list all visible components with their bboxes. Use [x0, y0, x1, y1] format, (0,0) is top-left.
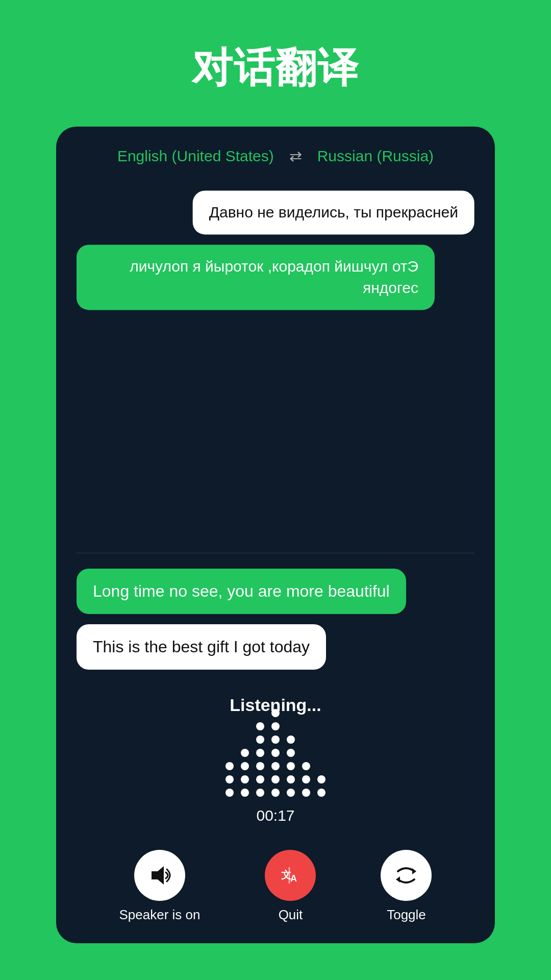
messages-bottom-section: Long time no see, you are more beautiful… [56, 553, 495, 685]
waveform [226, 725, 325, 797]
messages-top-section: Это лучший подарок, который я получил се… [56, 180, 495, 553]
dot [271, 749, 280, 757]
toggle-control: Toggle [381, 850, 432, 923]
dot [317, 789, 325, 797]
bottom-controls: Speaker is on 文 A Quit [56, 840, 495, 943]
dot [317, 775, 325, 783]
listening-section: Listening... [56, 685, 495, 840]
dot [271, 762, 280, 770]
flipped-message-white: Давно не виделись, ты прекрасней [193, 190, 474, 234]
dot [226, 789, 234, 797]
speaker-icon [147, 863, 172, 888]
dot [287, 762, 295, 770]
dot [302, 762, 310, 770]
message-green-normal: Long time no see, you are more beautiful [77, 569, 406, 614]
quit-label: Quit [279, 907, 303, 923]
dot [256, 762, 264, 770]
dot [241, 762, 249, 770]
dot [302, 789, 310, 797]
waveform-col-7 [317, 775, 325, 797]
dot [271, 722, 280, 730]
dot [287, 775, 295, 783]
toggle-button[interactable] [381, 850, 432, 901]
svg-marker-4 [412, 868, 416, 874]
speaker-button[interactable] [134, 850, 185, 901]
dot [271, 736, 280, 744]
waveform-col-5 [287, 736, 295, 797]
translate-icon: 文 A [278, 863, 303, 888]
dot [241, 749, 249, 757]
waveform-col-6 [302, 762, 310, 797]
message-white-normal: This is the best gift I got today [77, 624, 326, 670]
dot [271, 709, 280, 717]
dot [256, 775, 264, 783]
dot [241, 775, 249, 783]
speaker-control: Speaker is on [119, 850, 201, 923]
app-title: 对话翻译 [192, 41, 359, 96]
waveform-col-4 [271, 709, 280, 797]
quit-control: 文 A Quit [265, 850, 316, 923]
lang-left[interactable]: English (United States) [117, 148, 274, 165]
language-header: English (United States) ⇄ Russian (Russi… [56, 147, 495, 180]
lang-right[interactable]: Russian (Russia) [317, 148, 434, 165]
dot [256, 736, 264, 744]
dot [256, 789, 264, 797]
flipped-message-green: Это лучший подарок, который я получил се… [77, 244, 435, 310]
swap-icon[interactable]: ⇄ [289, 147, 302, 165]
dot [271, 775, 280, 783]
dot [256, 749, 264, 757]
dot [256, 722, 264, 730]
timer: 00:17 [256, 807, 294, 824]
dot [302, 775, 310, 783]
dot [287, 789, 295, 797]
dot [287, 749, 295, 757]
toggle-icon [394, 863, 418, 888]
svg-marker-5 [396, 876, 400, 883]
waveform-col-3 [256, 722, 264, 797]
dot [226, 762, 234, 770]
dot [241, 789, 249, 797]
dot [226, 775, 234, 783]
translation-card: English (United States) ⇄ Russian (Russi… [56, 127, 495, 943]
svg-text:A: A [290, 873, 297, 884]
dot [287, 736, 295, 744]
svg-marker-0 [152, 866, 164, 885]
toggle-label: Toggle [387, 907, 426, 923]
speaker-label: Speaker is on [119, 907, 201, 923]
dot [271, 789, 280, 797]
quit-button[interactable]: 文 A [265, 850, 316, 901]
waveform-col-1 [226, 762, 234, 797]
waveform-col-2 [241, 749, 249, 797]
